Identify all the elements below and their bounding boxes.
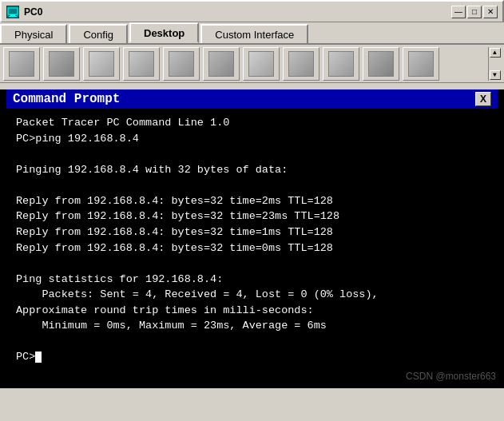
- cmd-line: Reply from 192.168.8.4: bytes=32 time=23…: [16, 210, 339, 222]
- app-icon: [6, 6, 19, 18]
- cmd-line: Reply from 192.168.8.4: bytes=32 time=0m…: [16, 242, 333, 254]
- icon-button-6[interactable]: [203, 47, 240, 81]
- cursor: [35, 351, 42, 363]
- icon-button-4[interactable]: [123, 47, 160, 81]
- cmd-line: Approximate round trip times in milli-se…: [16, 304, 314, 316]
- minimize-button[interactable]: —: [451, 6, 466, 18]
- window-title: PC0: [24, 6, 451, 18]
- cmd-prompt: PC>: [16, 351, 35, 363]
- cmd-close-button[interactable]: X: [475, 92, 491, 106]
- cmd-line: Packet Tracer PC Command Line 1.0: [16, 117, 229, 129]
- main-content: Command Prompt X Packet Tracer PC Comman…: [0, 89, 504, 388]
- icon-bar-scrollbar[interactable]: ▲ ▼: [488, 47, 501, 81]
- cmd-line: Reply from 192.168.8.4: bytes=32 time=2m…: [16, 195, 333, 207]
- tab-desktop[interactable]: Desktop: [129, 22, 199, 43]
- cmd-line: Minimum = 0ms, Maximum = 23ms, Average =…: [16, 320, 327, 332]
- cmd-line: Reply from 192.168.8.4: bytes=32 time=1m…: [16, 226, 333, 238]
- icon-button-3[interactable]: [83, 47, 120, 81]
- icon-button-1[interactable]: [3, 47, 40, 81]
- cmd-content[interactable]: Packet Tracer PC Command Line 1.0 PC>pin…: [6, 109, 498, 388]
- icon-button-10[interactable]: [363, 47, 399, 81]
- cmd-line: Packets: Sent = 4, Received = 4, Lost = …: [16, 288, 379, 300]
- svg-rect-2: [9, 16, 17, 17]
- tab-custom-interface[interactable]: Custom Interface: [200, 24, 308, 43]
- window-controls: — □ ✕: [451, 6, 498, 18]
- title-bar: PC0 — □ ✕: [0, 0, 504, 22]
- icon-button-11[interactable]: [403, 47, 439, 81]
- tab-config[interactable]: Config: [69, 24, 128, 43]
- cmd-line: PC>ping 192.168.8.4: [16, 133, 139, 145]
- tab-bar: Physical Config Desktop Custom Interface: [0, 22, 504, 45]
- watermark: CSDN @monster663: [406, 371, 496, 382]
- cmd-line: Ping statistics for 192.168.8.4:: [16, 273, 223, 285]
- cmd-title-bar: Command Prompt X: [6, 89, 498, 109]
- icon-button-7[interactable]: [243, 47, 280, 81]
- icon-button-2[interactable]: [43, 47, 80, 81]
- svg-rect-0: [8, 8, 18, 14]
- svg-rect-1: [10, 14, 15, 16]
- close-button[interactable]: ✕: [483, 6, 498, 18]
- cmd-line: Pinging 192.168.8.4 with 32 bytes of dat…: [16, 164, 288, 176]
- maximize-button[interactable]: □: [467, 6, 482, 18]
- cmd-window: Command Prompt X Packet Tracer PC Comman…: [6, 89, 498, 388]
- icon-bar: ▲ ▼: [0, 45, 504, 83]
- tab-physical[interactable]: Physical: [0, 24, 67, 43]
- icon-button-5[interactable]: [163, 47, 200, 81]
- icon-button-9[interactable]: [323, 47, 359, 81]
- cmd-title-text: Command Prompt: [13, 92, 120, 106]
- icon-button-8[interactable]: [283, 47, 319, 81]
